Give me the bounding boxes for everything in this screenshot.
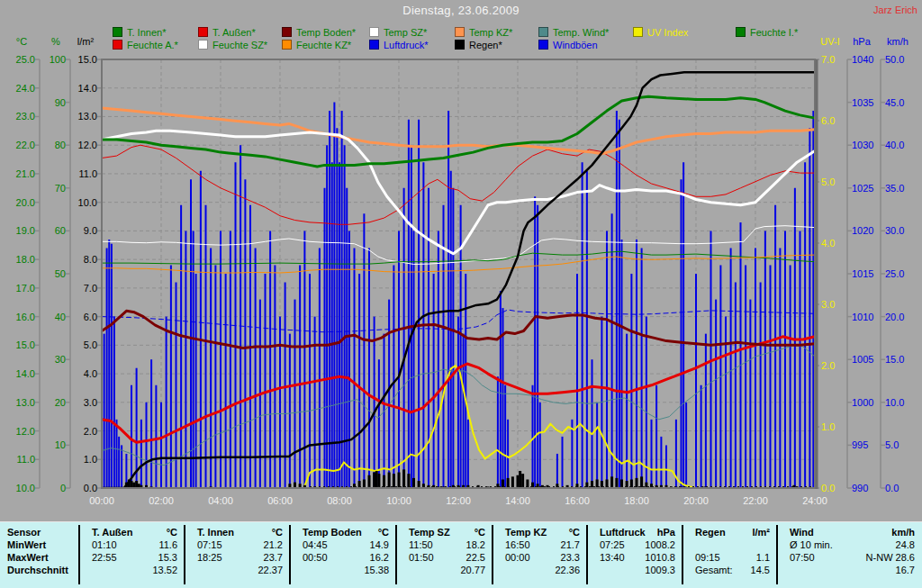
svg-text:25.0: 25.0 bbox=[16, 54, 35, 65]
svg-text:3.0: 3.0 bbox=[821, 299, 835, 310]
table-min-cell: 11:5018.2 bbox=[396, 538, 493, 551]
svg-text:1005: 1005 bbox=[852, 354, 873, 365]
sensor-unit: l/m² bbox=[752, 526, 770, 538]
svg-text:15.0: 15.0 bbox=[78, 54, 97, 65]
svg-text:14.0: 14.0 bbox=[78, 83, 97, 94]
svg-text:°C: °C bbox=[16, 36, 27, 47]
sensor-unit: °C bbox=[378, 526, 389, 538]
axis-lm2: 15.014.013.012.011.010.09.08.07.06.05.04… bbox=[77, 36, 102, 493]
svg-text:4.0: 4.0 bbox=[821, 238, 835, 249]
svg-text:04:00: 04:00 bbox=[208, 495, 233, 506]
axis-pct: 1009080706050403020100% bbox=[50, 36, 70, 493]
svg-text:24:00: 24:00 bbox=[802, 495, 827, 506]
svg-text:00:00: 00:00 bbox=[89, 495, 114, 506]
svg-text:0.0: 0.0 bbox=[84, 483, 97, 493]
svg-text:6.0: 6.0 bbox=[821, 115, 835, 126]
svg-text:1025: 1025 bbox=[852, 183, 873, 194]
svg-text:1020: 1020 bbox=[852, 225, 873, 236]
table-divider bbox=[492, 525, 493, 584]
svg-text:50.0: 50.0 bbox=[885, 54, 904, 65]
table-col-header: T. Innen°C bbox=[185, 526, 290, 538]
svg-text:02:00: 02:00 bbox=[149, 495, 174, 506]
stats-table: SensorMinWertMaxWertDurchschnittT. Außen… bbox=[0, 521, 922, 588]
svg-text:7.0: 7.0 bbox=[84, 283, 97, 294]
table-min-cell: 04:4514.9 bbox=[290, 538, 396, 551]
axis-hpa: 1040103510301025102010151010100510009959… bbox=[847, 36, 873, 493]
table-max-cell: 22:5515.3 bbox=[79, 551, 185, 564]
svg-text:20: 20 bbox=[55, 397, 66, 408]
table-max-cell: 00:5016.2 bbox=[290, 551, 396, 564]
svg-text:1.0: 1.0 bbox=[84, 454, 97, 465]
svg-text:10.0: 10.0 bbox=[16, 483, 35, 493]
svg-text:8.0: 8.0 bbox=[84, 254, 97, 265]
svg-text:0.0: 0.0 bbox=[885, 483, 899, 493]
table-avg-cell: 22.36 bbox=[493, 564, 587, 576]
svg-text:1030: 1030 bbox=[852, 140, 873, 150]
table-max-cell: 09:151.1 bbox=[682, 551, 777, 564]
svg-text:15.0: 15.0 bbox=[16, 339, 35, 350]
svg-text:4.0: 4.0 bbox=[84, 368, 97, 379]
table-row-label: Durchschnitt bbox=[7, 564, 79, 576]
svg-text:10: 10 bbox=[55, 439, 66, 450]
table-divider bbox=[78, 525, 80, 584]
chart-area[interactable]: 25.024.023.022.021.020.019.018.017.016.0… bbox=[0, 0, 922, 588]
table-col-header: Temp Boden°C bbox=[290, 526, 396, 538]
svg-text:1000: 1000 bbox=[852, 397, 873, 408]
sensor-unit: °C bbox=[272, 526, 283, 538]
svg-text:11.0: 11.0 bbox=[16, 454, 35, 465]
svg-text:1035: 1035 bbox=[852, 97, 873, 108]
svg-text:40.0: 40.0 bbox=[885, 140, 904, 150]
svg-text:06:00: 06:00 bbox=[267, 495, 293, 506]
svg-text:70: 70 bbox=[55, 183, 66, 194]
svg-text:995: 995 bbox=[852, 439, 868, 450]
table-min-cell: 01:1011.6 bbox=[79, 538, 185, 551]
sensor-name: Temp KZ bbox=[505, 526, 547, 538]
svg-text:2.0: 2.0 bbox=[821, 360, 835, 371]
svg-text:%: % bbox=[51, 36, 60, 47]
sensor-name: Temp SZ bbox=[409, 526, 450, 538]
svg-text:5.0: 5.0 bbox=[885, 439, 899, 450]
svg-text:22.0: 22.0 bbox=[16, 140, 35, 150]
table-min-cell: 16:5021.7 bbox=[493, 538, 587, 551]
svg-text:3.0: 3.0 bbox=[84, 397, 97, 408]
sensor-name: Temp Boden bbox=[303, 526, 362, 538]
table-min-cell: 07:1521.2 bbox=[185, 538, 290, 551]
sensor-unit: °C bbox=[569, 526, 580, 538]
table-col-header: Windkm/h bbox=[777, 526, 922, 538]
table-col-header: LuftdruckhPa bbox=[587, 526, 682, 538]
table-divider bbox=[776, 525, 778, 584]
table-avg-cell: 1009.3 bbox=[587, 564, 682, 576]
svg-text:18.0: 18.0 bbox=[16, 254, 35, 265]
svg-text:20:00: 20:00 bbox=[683, 495, 709, 506]
sensor-name: Wind bbox=[790, 526, 814, 538]
svg-text:990: 990 bbox=[852, 483, 868, 493]
table-row-label: MinWert bbox=[7, 538, 79, 551]
axis-uv: 7.06.05.04.03.02.01.00.0UV-I bbox=[815, 36, 840, 493]
svg-text:6.0: 6.0 bbox=[84, 312, 97, 322]
svg-text:24.0: 24.0 bbox=[16, 83, 35, 94]
svg-text:20.0: 20.0 bbox=[885, 312, 904, 322]
sensor-name: T. Innen bbox=[197, 526, 234, 538]
table-avg-cell: 20.77 bbox=[396, 564, 493, 576]
table-divider bbox=[289, 525, 291, 584]
svg-text:100: 100 bbox=[50, 54, 66, 65]
sensor-unit: °C bbox=[167, 526, 177, 538]
table-avg-cell: 13.52 bbox=[79, 564, 185, 576]
table-divider bbox=[586, 525, 588, 584]
sensor-name: Regen bbox=[695, 526, 726, 538]
table-divider bbox=[395, 525, 397, 584]
svg-text:90: 90 bbox=[55, 97, 66, 108]
svg-text:25.0: 25.0 bbox=[885, 268, 904, 279]
svg-text:7.0: 7.0 bbox=[821, 54, 835, 65]
table-row-label: Sensor bbox=[7, 526, 79, 538]
table-col-header: Temp KZ°C bbox=[493, 526, 587, 538]
table-avg-cell: 22.37 bbox=[185, 564, 290, 576]
table-divider bbox=[184, 525, 185, 584]
svg-text:17.0: 17.0 bbox=[16, 283, 35, 294]
svg-text:2.0: 2.0 bbox=[84, 426, 97, 437]
svg-text:9.0: 9.0 bbox=[84, 225, 97, 236]
svg-text:12:00: 12:00 bbox=[446, 495, 471, 506]
table-min-cell: 07:251008.2 bbox=[587, 538, 682, 551]
svg-text:18:00: 18:00 bbox=[624, 495, 649, 506]
axis-kmh: 50.045.040.035.030.025.020.015.010.05.00… bbox=[881, 36, 908, 493]
